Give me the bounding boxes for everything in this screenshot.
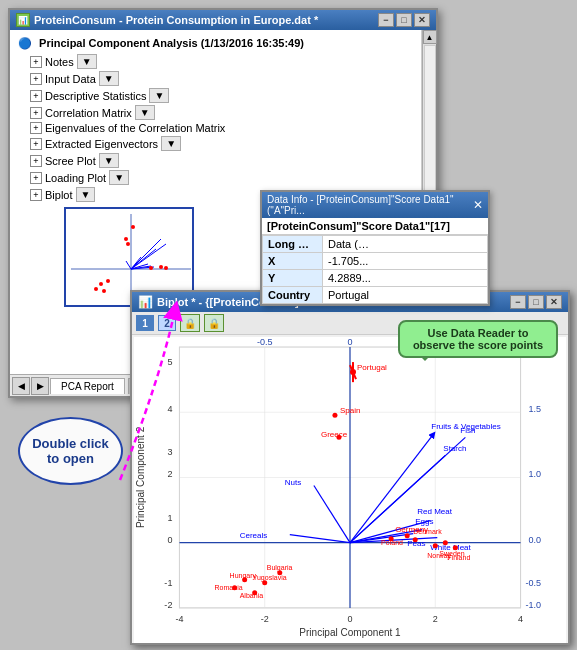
lock-icon-1[interactable]: 🔒 [180, 314, 200, 332]
svg-text:Principal Component 1: Principal Component 1 [299, 627, 401, 638]
biplot-tab-2[interactable]: 2 [158, 315, 176, 331]
tree-item-input-data[interactable]: + Input Data ▼ [14, 70, 417, 87]
data-info-titlebar: Data Info - [ProteinConsum]"Score Data1"… [262, 192, 488, 218]
svg-text:-0.5: -0.5 [526, 578, 542, 588]
correlation-label: Correlation Matrix [45, 107, 132, 119]
svg-text:Denmark: Denmark [413, 528, 442, 535]
correlation-expander[interactable]: + [30, 107, 42, 119]
correlation-dropdown[interactable]: ▼ [135, 105, 155, 120]
biplot-chart-area: -0.5 0 0.5 1.5 1.0 0.0 -0.5 -1.0 -4 -2 0… [134, 337, 566, 643]
svg-text:-4: -4 [175, 614, 183, 624]
input-data-expander[interactable]: + [30, 73, 42, 85]
loading-expander[interactable]: + [30, 172, 42, 184]
nav-left-button[interactable]: ◀ [12, 377, 30, 395]
svg-text:Greece: Greece [321, 430, 348, 439]
minimize-button[interactable]: − [378, 13, 394, 27]
svg-point-12 [126, 242, 130, 246]
svg-text:Portugal: Portugal [357, 363, 387, 372]
tree-item-eigenvalues[interactable]: + Eigenvalues of the Correlation Matrix [14, 121, 417, 135]
maximize-button[interactable]: □ [396, 13, 412, 27]
loading-dropdown[interactable]: ▼ [109, 170, 129, 185]
svg-text:Finland: Finland [447, 554, 470, 561]
field-y: Y [263, 270, 323, 287]
svg-point-81 [405, 533, 410, 538]
scree-label: Scree Plot [45, 155, 96, 167]
svg-point-11 [124, 237, 128, 241]
biplot-svg: -0.5 0 0.5 1.5 1.0 0.0 -0.5 -1.0 -4 -2 0… [134, 337, 566, 643]
biplot-minimize-button[interactable]: − [510, 295, 526, 309]
field-x: X [263, 253, 323, 270]
value-y: 4.2889... [323, 270, 488, 287]
svg-text:0: 0 [167, 535, 172, 545]
descriptive-expander[interactable]: + [30, 90, 42, 102]
svg-point-19 [149, 266, 153, 270]
field-country: Country [263, 287, 323, 304]
notes-label: Notes [45, 56, 74, 68]
svg-point-10 [131, 225, 135, 229]
close-button[interactable]: ✕ [414, 13, 430, 27]
svg-text:2: 2 [433, 614, 438, 624]
svg-text:Starch: Starch [443, 444, 466, 453]
descriptive-dropdown[interactable]: ▼ [149, 88, 169, 103]
svg-text:2: 2 [167, 469, 172, 479]
lock-icon-2[interactable]: 🔒 [204, 314, 224, 332]
svg-text:Spain: Spain [340, 406, 361, 415]
input-data-label: Input Data [45, 73, 96, 85]
biplot-tab-1[interactable]: 1 [136, 315, 154, 331]
eigenvalues-label: Eigenvalues of the Correlation Matrix [45, 122, 225, 134]
table-row-country: Country Portugal [263, 287, 488, 304]
descriptive-label: Descriptive Statistics [45, 90, 146, 102]
svg-point-87 [433, 543, 438, 548]
biplot-expander[interactable]: + [30, 189, 42, 201]
biplot-label: Biplot [45, 189, 73, 201]
data-info-close-button[interactable]: ✕ [473, 198, 483, 212]
double-click-label: Double click to open [18, 417, 123, 485]
tree-item-scree[interactable]: + Scree Plot ▼ [14, 152, 417, 169]
svg-text:Bulgaria: Bulgaria [267, 564, 293, 572]
svg-text:Red Meat: Red Meat [417, 507, 453, 516]
tree-item-correlation[interactable]: + Correlation Matrix ▼ [14, 104, 417, 121]
eigenvalues-expander[interactable]: + [30, 122, 42, 134]
tree-item-descriptive[interactable]: + Descriptive Statistics ▼ [14, 87, 417, 104]
data-info-table: Long … Data (… X -1.705... Y 4.2889... C… [262, 235, 488, 304]
double-click-text: Double click to open [26, 436, 115, 466]
tooltip-bubble: Use Data Reader to observe the score poi… [398, 320, 558, 358]
svg-point-101 [277, 570, 282, 575]
svg-text:Albania: Albania [240, 592, 264, 599]
scree-expander[interactable]: + [30, 155, 42, 167]
biplot-close-button[interactable]: ✕ [546, 295, 562, 309]
svg-point-13 [99, 282, 103, 286]
value-country: Portugal [323, 287, 488, 304]
scroll-up-button[interactable]: ▲ [423, 30, 437, 44]
titlebar-buttons: − □ ✕ [378, 13, 430, 27]
svg-text:0: 0 [347, 337, 352, 347]
svg-point-16 [106, 279, 110, 283]
svg-text:-2: -2 [261, 614, 269, 624]
scree-dropdown[interactable]: ▼ [99, 153, 119, 168]
svg-text:Romania: Romania [215, 584, 243, 591]
svg-text:1: 1 [167, 513, 172, 523]
nav-right-button[interactable]: ▶ [31, 377, 49, 395]
tab-pca-report[interactable]: PCA Report [50, 378, 125, 394]
biplot-maximize-button[interactable]: □ [528, 295, 544, 309]
biplot-window: 📊 Biplot * - {[ProteinConsum]"PCA … − □ … [130, 290, 570, 645]
svg-text:Yugoslavia: Yugoslavia [253, 574, 287, 582]
biplot-dropdown[interactable]: ▼ [76, 187, 96, 202]
main-titlebar: 📊 ProteinConsum - Protein Consumption in… [10, 10, 436, 30]
notes-dropdown[interactable]: ▼ [77, 54, 97, 69]
eigenvectors-expander[interactable]: + [30, 138, 42, 150]
notes-expander[interactable]: + [30, 56, 42, 68]
tree-item-loading[interactable]: + Loading Plot ▼ [14, 169, 417, 186]
svg-text:0.0: 0.0 [529, 535, 542, 545]
pca-header: 🔵 Principal Component Analysis (1/13/201… [14, 34, 417, 53]
svg-text:-2: -2 [164, 600, 172, 610]
data-info-header: [ProteinConsum]"Score Data1"[17] [262, 218, 488, 235]
col-data: Data (… [323, 236, 488, 253]
tree-item-notes[interactable]: + Notes ▼ [14, 53, 417, 70]
tree-item-eigenvectors[interactable]: + Extracted Eigenvectors ▼ [14, 135, 417, 152]
data-info-popup: Data Info - [ProteinConsum]"Score Data1"… [260, 190, 490, 306]
loading-label: Loading Plot [45, 172, 106, 184]
input-data-dropdown[interactable]: ▼ [99, 71, 119, 86]
svg-text:Principal Component 2: Principal Component 2 [135, 426, 146, 528]
eigenvectors-dropdown[interactable]: ▼ [161, 136, 181, 151]
